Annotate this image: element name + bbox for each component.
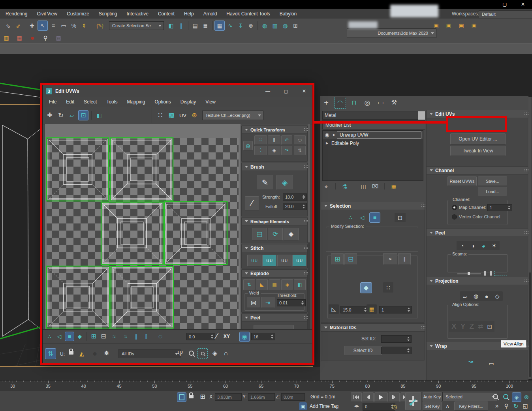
configure-modifier-sets-icon[interactable]: ▦ bbox=[390, 182, 398, 190]
open-uv-editor-button[interactable]: Open UV Editor ... bbox=[450, 133, 506, 145]
uv-panel-scrollbar[interactable] bbox=[308, 124, 310, 329]
mirror-icon[interactable]: ◧ bbox=[166, 21, 176, 30]
uv-canvas[interactable] bbox=[45, 124, 241, 329]
expand-arrow-icon[interactable]: ▶ bbox=[331, 133, 337, 137]
uv-grow-selection-icon[interactable]: ⊞ bbox=[89, 332, 98, 341]
uv-freeform-icon[interactable]: ⊡ bbox=[78, 110, 88, 120]
save-scene-icon[interactable]: ▣ bbox=[457, 21, 466, 30]
uv-zoom-extents-icon[interactable]: ◈ bbox=[210, 348, 220, 358]
ignore-backfacing-icon[interactable]: ◆ bbox=[360, 282, 372, 293]
timeline-frame-label[interactable]: 50 bbox=[152, 384, 157, 388]
select-object-icon[interactable]: ↖ bbox=[38, 21, 48, 31]
menu-havok-content-tools[interactable]: Havok Content Tools bbox=[222, 11, 275, 17]
spline-map-icon[interactable]: ↝ bbox=[466, 357, 476, 365]
stitch-to-target-icon[interactable]: ∪∪ bbox=[262, 255, 276, 266]
brush-presets-icon[interactable]: ▦ bbox=[15, 33, 24, 43]
uv-absolute-typein-icon[interactable]: ⇅ bbox=[45, 348, 56, 359]
uv-menu-tools[interactable]: Tools bbox=[102, 99, 122, 105]
select-and-link-icon[interactable]: ⇘ bbox=[3, 21, 13, 30]
reshape-rectangularize-icon[interactable]: ◆ bbox=[284, 228, 299, 240]
select-by-planar-icon[interactable]: ▦ bbox=[367, 304, 377, 314]
asset-library-icon[interactable]: ▣ bbox=[431, 21, 441, 30]
nav-zoom-extents-icon[interactable]: ◈ bbox=[512, 392, 521, 402]
object-name-field[interactable]: Metal bbox=[322, 111, 420, 120]
tab-utilities-icon[interactable]: ⚒ bbox=[389, 97, 400, 108]
select-id-spinner[interactable] bbox=[381, 347, 412, 354]
unlink-selection-icon[interactable]: ⇙ bbox=[13, 21, 23, 30]
tab-create-icon[interactable]: + bbox=[321, 97, 332, 108]
qt-align-pivot-icon[interactable]: ⊕ bbox=[243, 141, 253, 150]
nav-walk-icon[interactable]: ⚲ bbox=[502, 402, 510, 410]
uv-pack-options-icon[interactable]: ⊛ bbox=[190, 111, 199, 120]
workspaces-dropdown[interactable]: Default bbox=[479, 10, 532, 18]
selection-lock-icon[interactable] bbox=[189, 392, 194, 398]
uv-snap-loop-icon[interactable]: ∩ bbox=[221, 348, 231, 358]
selection-vertex-icon[interactable]: ∴ bbox=[346, 213, 355, 222]
auto-key-button[interactable]: Auto Key bbox=[423, 392, 442, 401]
peel-mode-icon[interactable]: ◔ bbox=[457, 242, 467, 250]
schematic-view-icon[interactable]: ↧ bbox=[236, 21, 245, 30]
panel-resize-grip[interactable] bbox=[363, 198, 379, 199]
rollout-header-brush[interactable]: Brush bbox=[242, 163, 307, 171]
uv-freeze-icon[interactable]: ❄ bbox=[102, 348, 111, 358]
qt-align-horizontal-icon[interactable]: ⁙ bbox=[254, 135, 267, 145]
timeline-frame-label[interactable]: 90 bbox=[436, 384, 441, 388]
planar-id-spinner[interactable]: 1 bbox=[379, 306, 412, 313]
menu-civil-view[interactable]: Civil View bbox=[32, 11, 62, 17]
tab-motion-icon[interactable]: ◎ bbox=[362, 97, 373, 108]
select-id-button[interactable]: Select ID bbox=[344, 346, 382, 355]
uv-menu-edit[interactable]: Edit bbox=[61, 99, 79, 105]
menu-arnold[interactable]: Arnold bbox=[199, 11, 222, 17]
uv-ids-dropdown[interactable]: All IDs bbox=[118, 349, 180, 358]
grow-selection-icon[interactable]: ⊞ bbox=[331, 253, 344, 265]
timeline-frame-label[interactable]: 75 bbox=[330, 384, 335, 388]
load-uvws-button[interactable]: Load... bbox=[478, 187, 507, 196]
rollout-header-channel[interactable]: Channel bbox=[427, 167, 528, 175]
uv-maximize-button[interactable]: ▢ bbox=[279, 85, 293, 97]
stitch-to-average-icon[interactable]: ∪∪ bbox=[292, 255, 306, 266]
uv-soft-selection-icon[interactable]: ◌ bbox=[156, 332, 165, 341]
qt-rotate-ccw-icon[interactable]: ↶ bbox=[281, 135, 292, 145]
tab-hierarchy-icon[interactable]: ⊓ bbox=[348, 97, 359, 108]
select-by-angle-icon[interactable]: ◺ bbox=[329, 304, 339, 314]
modifier-list-dropdown[interactable]: Modifier List bbox=[322, 120, 433, 129]
set-key-button[interactable]: Set Key bbox=[423, 402, 442, 411]
previous-frame-button[interactable] bbox=[363, 392, 374, 402]
nav-maximize-viewport-icon[interactable]: ◱ bbox=[521, 402, 529, 410]
select-row-loop-icon[interactable]: ≈ bbox=[383, 253, 397, 265]
timeline-frame-label[interactable]: 85 bbox=[400, 384, 405, 388]
pin-stack-icon[interactable]: ⌖ bbox=[322, 182, 330, 190]
rollout-header-material-ids[interactable]: Material IDs bbox=[321, 324, 425, 332]
render-production-icon[interactable]: ◍ bbox=[280, 21, 290, 30]
select-by-name-icon[interactable]: ≡ bbox=[49, 21, 58, 30]
reshape-relax-icon[interactable]: ⟳ bbox=[268, 228, 283, 240]
menu-customize[interactable]: Customize bbox=[62, 11, 94, 17]
uv-menu-file[interactable]: File bbox=[44, 99, 61, 105]
menu-rendering[interactable]: Rendering bbox=[1, 11, 32, 17]
quick-peel-icon[interactable]: ◑ bbox=[468, 242, 477, 250]
coord-y-field[interactable]: 1.669m bbox=[248, 393, 275, 401]
vertex-color-radio[interactable] bbox=[452, 214, 457, 220]
qt-stack-icon[interactable]: ⇅ bbox=[294, 146, 306, 155]
timeline-frame-label[interactable]: 70 bbox=[294, 384, 299, 388]
selection-updown-icon[interactable]: ⇕ bbox=[79, 21, 89, 30]
peel-partial-button[interactable] bbox=[254, 325, 294, 329]
make-unique-icon[interactable]: ◫ bbox=[359, 182, 367, 190]
timeline-frame-label[interactable]: 35 bbox=[46, 384, 51, 388]
rollout-header-reshape[interactable]: Reshape Elements bbox=[242, 218, 307, 225]
explode-flatten-icon[interactable]: ⇅ bbox=[243, 279, 255, 290]
selection-region-icon[interactable]: ▭ bbox=[59, 21, 68, 30]
remove-modifier-icon[interactable]: ⌧ bbox=[371, 182, 379, 190]
uv-zoom-icon[interactable] bbox=[189, 351, 194, 356]
timeline-frame-label[interactable]: 65 bbox=[259, 384, 263, 388]
rollout-header-edit-uvs[interactable]: Edit UVs bbox=[427, 110, 528, 118]
qt-distribute-icon[interactable]: ⬭ bbox=[294, 135, 306, 145]
save-uvws-button[interactable]: Save... bbox=[478, 176, 507, 186]
tweak-in-view-button[interactable]: Tweak In View bbox=[450, 146, 506, 156]
rollout-header-selection[interactable]: Selection bbox=[321, 202, 425, 210]
uv-shrink-selection-icon[interactable]: ⊟ bbox=[99, 332, 108, 341]
uv-snap-icon[interactable]: ◭ bbox=[77, 348, 86, 358]
containers-icon[interactable]: ▥ bbox=[2, 33, 11, 43]
select-column-loop-icon[interactable]: ∥ bbox=[398, 253, 411, 265]
menu-interactive[interactable]: Interactive bbox=[122, 11, 153, 17]
